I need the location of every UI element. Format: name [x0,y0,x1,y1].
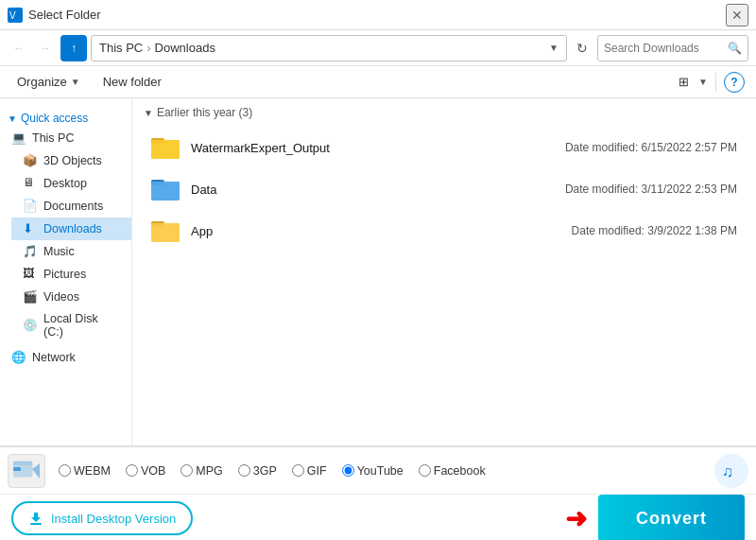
address-parts: This PC › Downloads [99,41,215,55]
folder-icon [151,216,181,246]
sidebar-item-documents[interactable]: 📄 Documents [11,195,131,218]
address-part-pc: This PC [99,41,143,55]
chevron-down-icon: ▼ [8,113,17,124]
view-dropdown-icon[interactable]: ▼ [698,77,708,87]
main-area: ▼ Quick access 💻 This PC 📦 3D Objects 🖥 … [0,98,756,445]
format-webm[interactable]: WEBM [59,464,111,478]
search-input[interactable] [604,42,724,55]
install-desktop-button[interactable]: Install Desktop Version [11,501,193,535]
search-box[interactable]: 🔍 [597,35,748,61]
search-icon: 🔍 [728,42,742,55]
svg-rect-13 [13,467,21,471]
action-row: Install Desktop Version ➜ Convert [0,495,756,540]
help-button[interactable]: ? [724,72,745,93]
sidebar-quick-access-header[interactable]: ▼ Quick access [0,106,131,127]
sidebar-item-label: Videos [43,290,79,304]
video-format-icon [8,454,45,488]
organize-dropdown-icon: ▼ [71,77,80,87]
group-label: Earlier this year (3) [157,106,252,119]
svg-rect-7 [151,182,180,200]
sidebar-item-label: 3D Objects [43,154,102,167]
group-collapse-icon[interactable]: ▼ [144,108,153,118]
sidebar-quick-access-label: Quick access [21,112,88,125]
sidebar-item-label: Local Disk (C:) [43,312,120,339]
audio-icon: ♫ [714,454,748,488]
new-folder-button[interactable]: New folder [97,71,167,93]
view-button[interactable]: ⊞ [672,71,695,94]
format-webm-radio[interactable] [59,464,71,477]
format-gif-radio[interactable] [292,464,304,477]
nav-bar: ← → ↑ This PC › Downloads ▼ ↻ 🔍 [0,30,756,66]
app-icon: V [8,8,23,23]
format-mpg[interactable]: MPG [180,464,222,478]
format-vob[interactable]: VOB [126,464,165,478]
sidebar-item-label: Desktop [43,177,87,190]
format-facebook[interactable]: Facebook [419,464,486,478]
sidebar-item-network[interactable]: 🌐 Network [0,346,131,369]
format-3gp[interactable]: 3GP [238,464,277,478]
music-icon: 🎵 [23,244,38,259]
format-gif[interactable]: GIF [292,464,327,478]
format-youtube-label: YouTube [357,464,404,478]
up-button[interactable]: ↑ [60,35,87,61]
title-bar-text: Select Folder [28,8,720,22]
videos-icon: 🎬 [23,289,38,305]
table-row[interactable]: Data Date modified: 3/11/2022 2:53 PM [144,168,745,210]
sidebar-item-desktop[interactable]: 🖥 Desktop [11,172,131,195]
format-webm-label: WEBM [74,464,111,478]
sidebar-item-downloads[interactable]: ⬇ Downloads [11,218,131,240]
3d-objects-icon: 📦 [23,153,38,168]
address-part-downloads: Downloads [155,41,215,55]
format-3gp-radio[interactable] [238,464,250,477]
file-area: ▼ Earlier this year (3) WatermarkExpert_… [132,98,756,445]
format-mpg-radio[interactable] [180,464,193,477]
svg-text:♫: ♫ [722,463,733,479]
svg-marker-12 [32,463,40,479]
desktop-icon: 🖥 [23,176,38,191]
back-button[interactable]: ← [8,37,30,60]
format-vob-radio[interactable] [126,464,138,477]
sidebar-item-local-disk[interactable]: 💿 Local Disk (C:) [11,308,131,342]
sidebar-item-videos[interactable]: 🎬 Videos [11,286,131,308]
file-meta: Date modified: 3/9/2022 1:38 PM [572,224,737,237]
close-button[interactable]: ✕ [726,4,748,26]
svg-rect-16 [30,523,42,525]
file-meta: Date modified: 3/11/2022 2:53 PM [565,183,737,196]
sidebar-item-this-pc[interactable]: 💻 This PC [0,127,131,149]
toolbar: Organize ▼ New folder ⊞ ▼ ? [0,66,756,98]
sidebar-item-label: Documents [43,200,103,213]
sidebar-item-pictures[interactable]: 🖼 Pictures [11,263,131,286]
table-row[interactable]: App Date modified: 3/9/2022 1:38 PM [144,210,745,252]
file-name: Data [191,183,556,197]
refresh-button[interactable]: ↻ [571,37,593,60]
format-row: WEBM VOB MPG 3GP GIF YouTube Facebook [0,447,756,495]
organize-button[interactable]: Organize ▼ [11,71,86,93]
pictures-icon: 🖼 [23,267,38,282]
convert-button[interactable]: Convert [598,495,745,540]
download-icon [28,511,43,526]
title-bar: V Select Folder ✕ [0,0,756,30]
format-youtube[interactable]: YouTube [342,464,404,478]
forward-button[interactable]: → [34,37,57,60]
format-facebook-radio[interactable] [419,464,431,477]
sidebar-item-label: Network [32,351,76,364]
computer-icon: 💻 [11,131,26,146]
install-label: Install Desktop Version [51,512,176,526]
sidebar-item-music[interactable]: 🎵 Music [11,240,131,263]
sidebar-item-label: This PC [32,131,74,145]
table-row[interactable]: WatermarkExpert_Output Date modified: 6/… [144,127,745,168]
red-arrow-icon: ➜ [565,503,587,534]
address-dropdown-icon[interactable]: ▼ [549,43,558,53]
address-bar[interactable]: This PC › Downloads ▼ [91,35,567,61]
sidebar-item-label: Music [43,245,75,258]
group-header: ▼ Earlier this year (3) [144,106,745,119]
format-youtube-radio[interactable] [342,464,354,477]
local-disk-icon: 💿 [23,318,38,333]
toolbar-divider [715,73,716,92]
sidebar-item-3d-objects[interactable]: 📦 3D Objects [11,149,131,172]
arrow-indicator: ➜ [565,503,587,534]
format-facebook-label: Facebook [434,464,486,478]
svg-rect-10 [151,223,180,242]
svg-rect-14 [13,462,32,465]
format-mpg-label: MPG [196,464,222,478]
